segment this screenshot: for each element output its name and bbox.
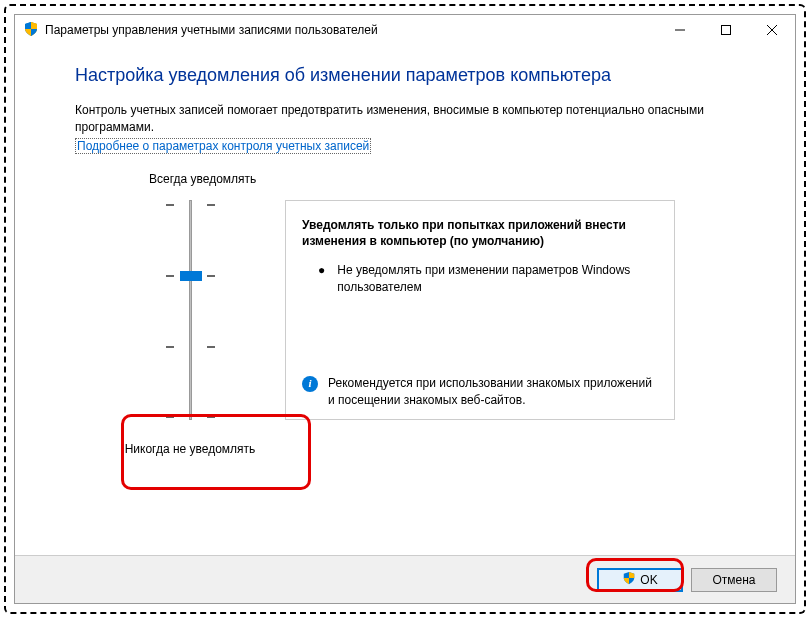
slider-tick [207,275,215,277]
info-bullet: ● Не уведомлять при изменении параметров… [318,262,658,296]
slider-thumb[interactable] [180,271,202,281]
info-column: Уведомлять только при попытках приложени… [285,200,735,456]
info-title: Уведомлять только при попытках приложени… [302,217,658,251]
cancel-button[interactable]: Отмена [691,568,777,592]
slider-tick [207,346,215,348]
info-bullet-text: Не уведомлять при изменении параметров W… [337,262,658,296]
slider-tick [207,416,215,418]
info-recommendation: i Рекомендуется при использовании знаком… [302,375,658,409]
slider-tick [166,416,174,418]
learn-more-link[interactable]: Подробнее о параметрах контроля учетных … [75,138,371,154]
window-controls [657,15,795,45]
info-recommendation-text: Рекомендуется при использовании знакомых… [328,375,658,409]
dialog-footer: OK Отмена [15,555,795,603]
slider-tick [166,204,174,206]
content-area: Настройка уведомления об изменении парам… [15,45,795,555]
slider-bottom-label: Никогда не уведомлять [125,442,256,456]
bullet-icon: ● [318,262,325,296]
slider-column: Всегда уведомлять [115,172,265,456]
description-text: Контроль учетных записей помогает предот… [75,102,735,136]
slider-tick [166,346,174,348]
slider-track-wrap [140,200,240,420]
titlebar: Параметры управления учетными записями п… [15,15,795,45]
page-heading: Настройка уведомления об изменении парам… [75,65,735,86]
cancel-button-label: Отмена [712,573,755,587]
close-button[interactable] [749,15,795,45]
minimize-button[interactable] [657,15,703,45]
uac-slider[interactable] [189,200,192,420]
svg-rect-1 [722,26,731,35]
window-title: Параметры управления учетными записями п… [45,23,657,37]
maximize-button[interactable] [703,15,749,45]
slider-tick [207,204,215,206]
shield-icon [23,21,45,40]
uac-settings-window: Параметры управления учетными записями п… [14,14,796,604]
info-icon: i [302,376,318,392]
shield-icon [622,571,636,588]
ok-button-label: OK [640,573,657,587]
info-box: Уведомлять только при попытках приложени… [285,200,675,420]
slider-area: Всегда уведомлять [115,172,735,456]
ok-button[interactable]: OK [597,568,683,592]
slider-tick [166,275,174,277]
slider-top-label: Всегда уведомлять [149,172,256,186]
screenshot-border: Параметры управления учетными записями п… [4,4,806,614]
